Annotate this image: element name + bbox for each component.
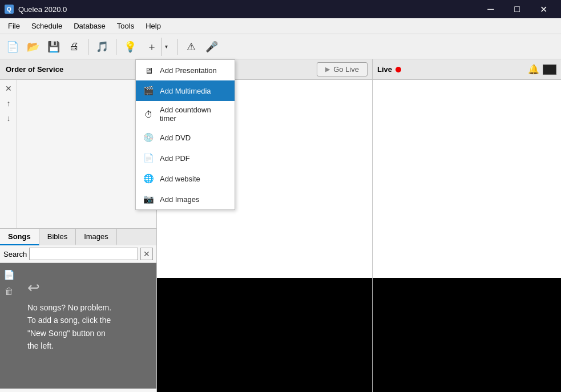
live-dot-icon — [395, 67, 401, 72]
toolbar-sep-2 — [116, 39, 116, 55]
live-text: Live — [377, 65, 392, 74]
add-dropdown[interactable]: ＋ ▾ — [142, 37, 172, 56]
dropdown-label-multimedia: Add Multimedia — [160, 87, 211, 95]
songs-section: 📄 🗑 ↩ No songs? No problem. To add a son… — [0, 263, 156, 389]
menu-help[interactable]: Help — [140, 19, 167, 33]
right-preview — [373, 80, 561, 278]
menu-database[interactable]: Database — [68, 19, 111, 33]
search-input[interactable] — [29, 248, 138, 260]
print-button[interactable]: 🖨 — [65, 38, 83, 56]
oos-down-btn[interactable]: ↓ — [2, 112, 15, 124]
toolbar: 📄 📂 💾 🖨 🎵 💡 ＋ ▾ ⚠ 🎤 — [0, 34, 561, 59]
search-label: Search — [3, 250, 27, 258]
oos-up-btn[interactable]: ↑ — [2, 97, 15, 110]
bulb-button[interactable]: 💡 — [121, 38, 139, 56]
website-icon: 🌐 — [143, 173, 154, 184]
tab-bibles[interactable]: Bibles — [39, 229, 76, 245]
dropdown-item-multimedia[interactable]: 🎬 Add Multimedia — [136, 80, 235, 101]
multimedia-icon: 🎬 — [143, 85, 154, 96]
maximize-button[interactable]: □ — [504, 0, 530, 18]
menu-bar: File Schedule Database Tools Help — [0, 18, 561, 34]
dropdown-label-images: Add Images — [160, 195, 199, 204]
tab-images[interactable]: Images — [76, 229, 117, 245]
go-live-button[interactable]: ▶ Go Live — [317, 62, 368, 76]
add-arrow-icon: ▾ — [161, 38, 171, 56]
delete-song-button[interactable]: 🗑 — [2, 285, 16, 298]
right-toolbar-icons: 🔔 — [528, 64, 556, 75]
oos-section: ✕ ↑ ↓ — [0, 80, 156, 228]
title-bar-controls: ─ □ ✕ — [478, 0, 556, 18]
app-icon: Q — [5, 5, 14, 14]
dropdown-item-website[interactable]: 🌐 Add website — [136, 168, 235, 189]
search-bar: Search ✕ — [0, 245, 156, 263]
open-button[interactable]: 📂 — [24, 38, 42, 56]
dropdown-item-countdown[interactable]: ⏱ Add countdown timer — [136, 101, 235, 127]
menu-schedule[interactable]: Schedule — [26, 19, 68, 33]
go-live-label: Go Live — [333, 65, 359, 74]
music-button[interactable]: 🎵 — [93, 38, 111, 56]
order-of-service-title: Order of Service — [6, 65, 63, 74]
search-clear-button[interactable]: ✕ — [140, 248, 153, 260]
warning-button[interactable]: ⚠ — [182, 38, 200, 56]
logo-icon[interactable]: 🔔 — [528, 64, 539, 75]
title-bar-left: Q Quelea 2020.0 — [5, 5, 67, 14]
play-icon: ▶ — [325, 66, 330, 73]
menu-file[interactable]: File — [2, 19, 26, 33]
toolbar-sep-3 — [177, 39, 177, 55]
tab-songs[interactable]: Songs — [0, 229, 39, 245]
left-panel: Order of Service ✕ ↑ ↓ Songs Bibles Imag… — [0, 59, 157, 392]
oos-delete-btn[interactable]: ✕ — [2, 82, 15, 95]
main-container: Order of Service ✕ ↑ ↓ Songs Bibles Imag… — [0, 59, 561, 392]
window-title: Quelea 2020.0 — [18, 5, 67, 14]
add-icon: ＋ — [143, 38, 161, 56]
dvd-icon: 💿 — [143, 132, 154, 143]
live-label: Live — [377, 65, 401, 74]
oos-side-btns: ✕ ↑ ↓ — [0, 80, 17, 228]
dropdown-item-presentation[interactable]: 🖥 Add Presentation — [136, 60, 235, 80]
new-song-button[interactable]: 📄 — [2, 268, 16, 281]
minimize-button[interactable]: ─ — [478, 0, 504, 18]
songs-empty-text: No songs? No problem. To add a song, cli… — [27, 301, 111, 353]
songs-arrow-icon: ↩ — [27, 279, 111, 297]
presentation-icon: 🖥 — [143, 64, 154, 76]
countdown-icon: ⏱ — [143, 108, 154, 120]
tabs-container: Songs Bibles Images Search ✕ 📄 🗑 ↩ — [0, 228, 156, 389]
title-bar: Q Quelea 2020.0 ─ □ ✕ — [0, 0, 561, 18]
right-bottom-display — [373, 278, 561, 392]
songs-left-btns: 📄 🗑 — [2, 268, 16, 298]
mic-button[interactable]: 🎤 — [203, 38, 221, 56]
dropdown-item-pdf[interactable]: 📄 Add PDF — [136, 148, 235, 168]
order-of-service-header: Order of Service — [0, 59, 156, 80]
dropdown-item-dvd[interactable]: 💿 Add DVD — [136, 127, 235, 148]
dropdown-label-countdown: Add countdown timer — [160, 106, 228, 123]
dropdown-item-images[interactable]: 📷 Add Images — [136, 189, 235, 209]
dropdown-label-pdf: Add PDF — [160, 154, 190, 163]
songs-content: 📄 🗑 ↩ No songs? No problem. To add a son… — [0, 263, 156, 389]
right-panel: Live 🔔 — [373, 59, 561, 392]
dropdown-label-presentation: Add Presentation — [160, 66, 217, 75]
right-toolbar: Live 🔔 — [373, 59, 561, 80]
dropdown-label-dvd: Add DVD — [160, 134, 191, 142]
dropdown-menu: 🖥 Add Presentation 🎬 Add Multimedia ⏱ Ad… — [135, 59, 235, 210]
songs-empty-block: ↩ No songs? No problem. To add a song, c… — [9, 272, 111, 353]
new-button[interactable]: 📄 — [3, 38, 22, 56]
center-bottom-display — [157, 278, 372, 392]
menu-tools[interactable]: Tools — [111, 19, 140, 33]
add-button[interactable]: ＋ ▾ — [142, 38, 172, 56]
images-icon: 📷 — [143, 193, 154, 205]
black-screen-button[interactable] — [543, 64, 556, 75]
save-button[interactable]: 💾 — [45, 38, 63, 56]
pdf-icon: 📄 — [143, 152, 154, 164]
tabs-header: Songs Bibles Images — [0, 229, 156, 245]
toolbar-sep-1 — [88, 39, 88, 55]
close-button[interactable]: ✕ — [530, 0, 556, 18]
dropdown-label-website: Add website — [160, 175, 200, 183]
